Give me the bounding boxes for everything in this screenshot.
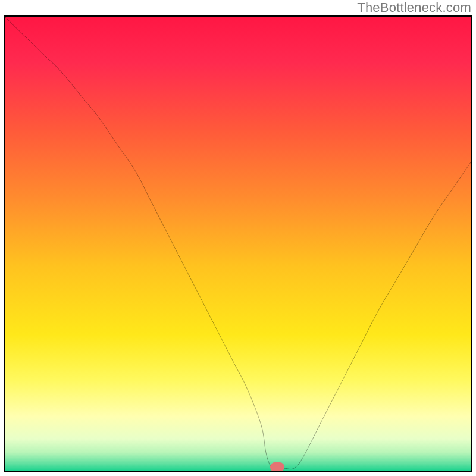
plot-frame: [4, 15, 472, 472]
chart-container: TheBottleneck.com: [0, 0, 476, 476]
optimal-point-marker: [270, 462, 284, 472]
bottleneck-curve: [5, 17, 471, 471]
watermark-text: TheBottleneck.com: [357, 0, 471, 15]
